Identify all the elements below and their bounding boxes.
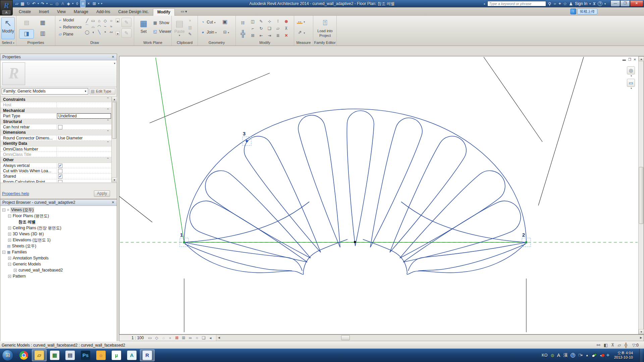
curved-wall-lobe[interactable] <box>244 136 321 252</box>
steering-wheel-icon[interactable]: ◎ <box>627 66 635 74</box>
scroll-thumb[interactable] <box>639 167 643 224</box>
collapse-icon[interactable]: − <box>2 251 5 254</box>
draw-scroll-up-icon[interactable]: ▲ <box>116 18 120 22</box>
property-section[interactable]: Dimensions⌃ <box>0 130 111 135</box>
curved-wall-lobe[interactable] <box>390 136 466 252</box>
viewer-button[interactable]: ◱ Viewer <box>152 29 171 35</box>
tree-item-sheets-[interactable]: ▤Sheets (모두) <box>0 243 117 249</box>
apply-button[interactable]: Apply <box>94 190 110 197</box>
default-3d-view-icon[interactable]: ◈ <box>66 0 71 7</box>
view-scale-button[interactable]: 1 : 100 <box>119 336 147 340</box>
curved-wall-lobe[interactable] <box>298 115 340 247</box>
zoom-dropdown-icon[interactable]: ▾ <box>627 87 636 90</box>
scroll-thumb[interactable] <box>112 102 116 139</box>
subscription-key-icon[interactable]: ♀ <box>552 2 557 5</box>
select-underlay-icon[interactable]: ▱ <box>618 343 621 348</box>
offset-icon[interactable]: ⌐ <box>250 26 256 32</box>
scroll-left-icon[interactable]: ◀ <box>216 335 222 340</box>
draw-scroll-down-icon[interactable]: ▼ <box>116 31 120 35</box>
navigation-bar[interactable]: ◎ ▾ ▭ ▾ <box>627 66 636 91</box>
tree-item-generic-models[interactable]: −Generic Models <box>0 261 117 267</box>
clipboard-panel-label[interactable]: Clipboard <box>172 41 198 45</box>
circumscribed-polygon-icon[interactable]: ◇ <box>102 18 108 24</box>
family-editor-panel-label[interactable]: Family Editor <box>313 41 336 45</box>
taskbar-autocad[interactable]: A <box>124 349 139 361</box>
scroll-down-icon[interactable]: ▼ <box>639 329 644 334</box>
cut-geometry-button[interactable]: ◔ Cut ▾ <box>200 20 215 25</box>
expand-icon[interactable]: + <box>8 257 11 260</box>
expand-icon[interactable]: + <box>8 227 11 230</box>
scale-icon[interactable]: ▱ <box>275 26 281 32</box>
checkbox[interactable]: ✔ <box>58 164 62 168</box>
scroll-up-icon[interactable]: ▲ <box>112 97 117 102</box>
undo-icon[interactable]: ↶ <box>31 0 37 7</box>
center-ends-arc-icon[interactable]: ⌓ <box>90 24 96 29</box>
ime-help-icon[interactable]: ? <box>571 353 575 358</box>
rectangle-icon[interactable]: ▭ <box>90 18 96 24</box>
curved-wall-lobe[interactable] <box>370 118 422 247</box>
taskbar-clock[interactable]: 오후 4:04 2013-10-10 <box>613 351 636 360</box>
properties-palette-icon[interactable]: ◨ <box>19 29 34 39</box>
project-browser-close-icon[interactable]: ✕ <box>111 200 115 205</box>
draw-panel-label[interactable]: Draw <box>55 41 134 45</box>
view-window-controls[interactable]: ▬❐✕ <box>623 58 636 61</box>
properties-close-icon[interactable]: ✕ <box>111 55 115 59</box>
horizontal-scrollbar[interactable]: ◀ ▶ <box>216 335 644 341</box>
expand-icon[interactable]: + <box>8 239 11 242</box>
infocenter-toggle-icon[interactable]: ▸ <box>484 2 485 5</box>
taskbar-chrome[interactable] <box>16 349 31 361</box>
spline-through-points-icon[interactable]: ∾ <box>108 30 114 35</box>
show-work-plane-button[interactable]: ▦ Show <box>152 20 169 26</box>
antivirus-tray-icon[interactable] <box>591 353 597 358</box>
trim-extend-multiple-icon[interactable]: ≣ <box>275 33 281 39</box>
switch-windows-dropdown-icon[interactable]: ▾ <box>97 0 100 7</box>
help-icon[interactable]: ? <box>598 1 602 6</box>
pick-lines-icon[interactable]: ╲ <box>96 30 102 35</box>
scroll-thumb[interactable] <box>341 335 350 340</box>
align-icon[interactable]: ⌗ <box>237 18 249 28</box>
thin-lines-icon[interactable]: ≡ <box>80 0 86 7</box>
taskbar-revit[interactable]: R <box>140 349 155 361</box>
trim-extend-corner-icon[interactable]: ⇤ <box>258 33 264 39</box>
checkbox[interactable] <box>58 169 62 173</box>
show-crop-region-icon[interactable]: ⊞ <box>181 336 186 340</box>
type-selector[interactable]: Family: Generic Models▼ <box>2 88 88 95</box>
checkbox[interactable] <box>58 180 62 182</box>
measure-panel-label[interactable]: Measure <box>294 41 313 45</box>
search-icon[interactable]: ⚲ <box>548 1 551 6</box>
panel-display-toggle[interactable]: ▭ ▾ <box>178 8 190 16</box>
curved-wall-lobe[interactable] <box>347 111 374 246</box>
section-icon[interactable]: ◊ <box>74 0 80 7</box>
adaptive-point-3[interactable]: 3 <box>243 131 251 145</box>
curved-wall-lobe[interactable] <box>400 171 505 258</box>
ime-language-label[interactable]: KO <box>542 353 547 358</box>
start-end-radius-arc-icon[interactable]: ⌒ <box>84 24 90 29</box>
property-section[interactable]: Other⌃ <box>0 157 111 163</box>
zoom-tool-icon[interactable]: ▭ <box>627 79 635 87</box>
taskbar-photoshop[interactable]: Ps <box>78 349 93 361</box>
point-element-icon[interactable]: • <box>102 30 108 35</box>
third-party-upload-overlay[interactable]: ↑ 拓植上传 <box>570 8 597 15</box>
load-into-project-button[interactable]: ⍐ Load into Project <box>315 17 335 40</box>
value-editor[interactable]: Undefined <box>57 113 111 118</box>
ime-settings-icon[interactable]: ❐▾ <box>578 354 583 357</box>
start-button[interactable]: ⊞ <box>2 350 13 361</box>
measure-along-element-button[interactable]: ⇗ ▾ <box>297 30 305 35</box>
properties-panel-label[interactable]: Properties <box>16 41 55 45</box>
model-line-button[interactable]: ⌐Model <box>57 18 82 25</box>
drag-elements-icon[interactable]: ╬ <box>625 343 628 348</box>
join-geometry-button[interactable]: ◕ Join ▾ <box>200 30 217 35</box>
view-minimize-icon[interactable]: ▬ <box>623 58 626 61</box>
show-desktop-button[interactable] <box>639 349 643 362</box>
collapse-icon[interactable]: − <box>8 215 11 218</box>
temporary-hide-isolate-icon[interactable]: ∞ <box>187 336 193 340</box>
center-point[interactable] <box>354 241 356 243</box>
customize-qat-icon[interactable]: ▾ <box>100 0 103 7</box>
volume-muted-icon[interactable]: ◀ <box>600 353 603 358</box>
scroll-right-icon[interactable]: ▶ <box>638 335 644 340</box>
filter-button[interactable]: ▽:0 <box>632 343 644 348</box>
tab-add-ins[interactable]: Add-Ins <box>92 8 114 16</box>
aligned-dimension-icon[interactable]: ↔ <box>49 0 54 7</box>
editable-only-icon[interactable]: ⚯ <box>597 343 600 348</box>
match-type-icon[interactable]: ✎ <box>187 32 193 37</box>
